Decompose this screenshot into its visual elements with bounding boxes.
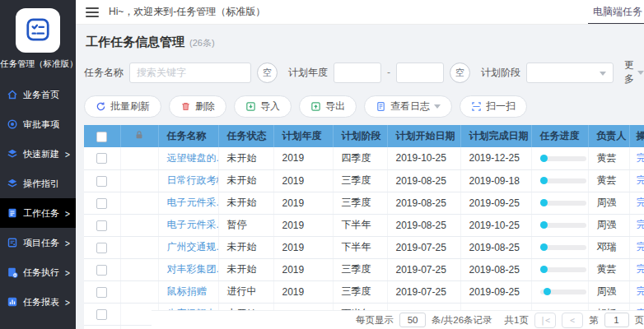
page-number-input[interactable] — [604, 313, 629, 327]
cell-start-date: 2019-07-25 — [387, 280, 460, 303]
cell-plan-stage: 下半年 — [333, 236, 387, 258]
row-checkbox[interactable] — [96, 176, 107, 187]
header-lock-cell — [120, 125, 158, 147]
main-area: Hi~，欢迎来到-任务管理（标准版） 电脑端任务 工作任务信息管理 (26条) … — [76, 0, 644, 329]
filter-row: 任务名称 空 计划年度 - 空 计划阶段 更多 — [84, 58, 644, 86]
cell-end-date: 2019-08-25 — [460, 258, 531, 280]
row-checkbox[interactable] — [96, 198, 107, 209]
plan-year-to-input[interactable] — [396, 63, 444, 83]
cell-owner: 黄芸 — [588, 147, 629, 169]
cell-start-date: 2019-08-25 — [387, 214, 460, 236]
more-filters-link[interactable]: 更多 — [624, 58, 644, 86]
sidebar-item-project-tasks[interactable]: 项目任务> — [0, 228, 76, 257]
header-plan-stage[interactable]: 计划阶段 — [333, 125, 387, 147]
cell-lock — [120, 258, 158, 280]
progress-dot — [540, 155, 548, 162]
header-progress[interactable]: 任务进度 — [531, 125, 588, 147]
header-actions[interactable]: 操作 — [629, 125, 644, 147]
row-checkbox[interactable] — [96, 309, 107, 320]
complete-action-link[interactable]: 完成 — [637, 241, 644, 253]
empty-filter-button-2[interactable]: 空 — [450, 63, 470, 83]
delete-button[interactable]: 删除 — [169, 95, 226, 118]
row-checkbox[interactable] — [96, 220, 107, 231]
header-end-date[interactable]: 计划完成日期 — [460, 125, 531, 147]
cell-task-name: 远望键盘的... — [158, 147, 218, 169]
task-name-link[interactable]: 远望键盘的... — [167, 152, 219, 164]
table-row: 远望键盘的...未开始2019四季度2019-10-252019-12-25黄芸… — [84, 147, 644, 169]
header-plan-year[interactable]: 计划年度 — [273, 125, 333, 147]
complete-action-link[interactable]: 完成 — [637, 219, 644, 230]
cell-select — [84, 303, 120, 325]
cell-select — [84, 325, 120, 329]
topbar-tab-pc-tasks[interactable]: 电脑端任务 — [588, 0, 644, 25]
cell-plan-stage: 三季度 — [333, 169, 387, 192]
import-button[interactable]: 导入 — [234, 95, 292, 118]
pagination-footer: 每页显示 条/共26条记录 共1页 |< < 第 页 — [152, 310, 644, 329]
sidebar-item-work-tasks[interactable]: 工作任务> — [0, 198, 76, 228]
header-start-date[interactable]: 计划开始日期 — [387, 125, 460, 147]
task-name-link[interactable]: 日常行政考核 — [167, 174, 219, 186]
cell-task-name: 日常行政考核 — [158, 169, 218, 192]
prev-page-button[interactable]: < — [562, 313, 583, 328]
cell-end-date: 2019-08-25 — [460, 236, 531, 258]
complete-action-link[interactable]: 完成 — [637, 174, 644, 186]
cell-task-status: 未开始 — [218, 192, 273, 214]
first-page-button[interactable]: |< — [534, 313, 556, 328]
table-row: 日常行政考核未开始2019三季度2019-08-252019-09-18黄芸完成 — [84, 169, 644, 192]
cell-plan-year: 2019 — [273, 147, 333, 169]
scan-button[interactable]: 扫一扫 — [460, 95, 527, 118]
select-all-checkbox[interactable] — [96, 132, 107, 142]
complete-action-link[interactable]: 完成 — [637, 197, 644, 208]
row-checkbox[interactable] — [96, 243, 107, 253]
progress-bar — [540, 178, 586, 183]
task-name-link[interactable]: 电子元件采... — [167, 219, 219, 230]
chevron-right-icon: > — [65, 207, 70, 219]
complete-action-link[interactable]: 完成 — [637, 152, 644, 164]
row-checkbox[interactable] — [96, 153, 107, 164]
toolbar: 批量刷新删除导入导出查看日志扫一扫 — [84, 95, 644, 118]
app-logo — [16, 8, 60, 53]
table-row: 对丰彩集团...未开始2019三季度2019-07-252019-08-25黄芸… — [84, 258, 644, 280]
cell-progress — [531, 258, 588, 280]
view-log-button[interactable]: 查看日志 — [364, 95, 452, 118]
hamburger-menu-icon[interactable] — [86, 7, 99, 17]
batch-refresh-button[interactable]: 批量刷新 — [84, 95, 161, 118]
complete-action-link[interactable]: 完成 — [637, 263, 644, 275]
sidebar-item-guide[interactable]: 操作指引 — [0, 169, 76, 198]
progress-dot — [544, 288, 551, 295]
header-task-status[interactable]: 任务状态 — [218, 125, 273, 147]
per-page-input[interactable] — [399, 313, 426, 327]
task-name-link[interactable]: 广州交通规... — [167, 241, 219, 253]
export-icon — [310, 101, 321, 112]
header-owner[interactable]: 负责人 — [588, 125, 629, 147]
cell-end-date: 2019-10-25 — [460, 214, 531, 236]
lock-icon — [134, 131, 144, 142]
task-name-input[interactable] — [129, 63, 251, 83]
empty-filter-button-1[interactable]: 空 — [257, 63, 278, 83]
cell-progress — [531, 147, 588, 169]
export-button[interactable]: 导出 — [299, 95, 357, 118]
task-name-link[interactable]: 鼠标捐赠 — [167, 285, 207, 297]
cell-progress — [531, 192, 588, 214]
row-checkbox[interactable] — [96, 265, 107, 276]
cell-owner: 周强 — [588, 192, 629, 214]
table-row: 广州交通规...未开始2019下半年2019-07-252019-08-25邓瑞… — [84, 236, 644, 258]
plan-year-from-input[interactable] — [334, 63, 381, 83]
task-name-filter-label: 任务名称 — [84, 66, 124, 80]
plan-stage-select[interactable] — [526, 63, 614, 83]
cell-plan-stage: 三季度 — [333, 280, 387, 303]
row-checkbox[interactable] — [96, 287, 107, 298]
task-name-link[interactable]: 电子元件采... — [167, 197, 219, 208]
header-task-name[interactable]: 任务名称 — [158, 125, 218, 147]
sidebar-item-approvals[interactable]: 审批事项 — [0, 109, 76, 139]
cell-task-status: 未开始 — [218, 236, 273, 258]
complete-action-link[interactable]: 完成 — [637, 285, 644, 297]
table-row: 电子元件采...暂停2019下半年2019-08-252019-10-25周强完… — [84, 214, 644, 236]
refresh-icon — [96, 101, 106, 112]
sidebar-item-label: 操作指引 — [23, 178, 59, 190]
sidebar-item-business-home[interactable]: 业务首页 — [0, 80, 76, 109]
sidebar-item-quick-create[interactable]: 快速新建> — [0, 139, 76, 169]
task-name-link[interactable]: 对丰彩集团... — [167, 263, 219, 275]
sidebar-item-task-execution[interactable]: 任务执行> — [0, 257, 76, 287]
sidebar-item-task-reports[interactable]: 任务报表> — [0, 287, 76, 317]
